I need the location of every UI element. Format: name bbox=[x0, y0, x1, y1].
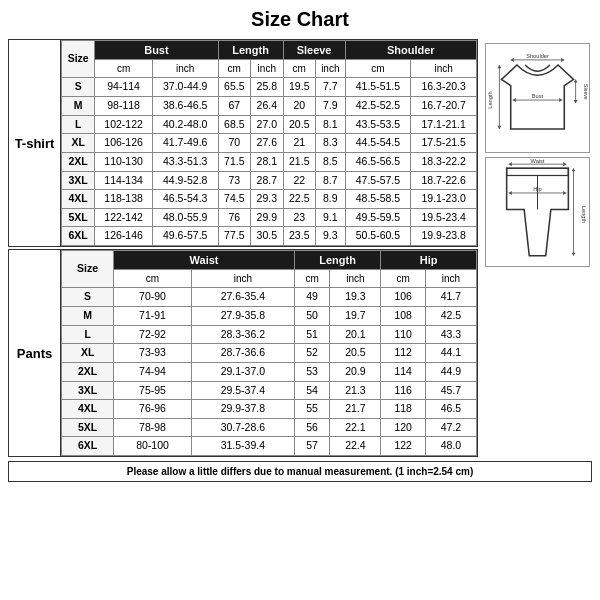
tshirt-cell: 68.5 bbox=[218, 115, 250, 134]
bust-header: Bust bbox=[95, 41, 218, 60]
tshirt-cell: 126-146 bbox=[95, 227, 153, 246]
tshirt-cell: 28.7 bbox=[251, 171, 283, 190]
bust-cm: cm bbox=[95, 60, 153, 78]
tshirt-cell: M bbox=[62, 96, 95, 115]
tshirt-cell: 48.5-58.5 bbox=[345, 190, 411, 209]
pants-cell: 56 bbox=[294, 418, 330, 437]
hip-cm: cm bbox=[381, 270, 426, 288]
tshirt-cell: 7.7 bbox=[316, 78, 346, 97]
pants-cell: 28.3-36.2 bbox=[191, 325, 294, 344]
tshirt-cell: 27.0 bbox=[251, 115, 283, 134]
tshirt-cell: 8.9 bbox=[316, 190, 346, 209]
pants-length-header: Length bbox=[294, 251, 380, 270]
pants-cell: 112 bbox=[381, 344, 426, 363]
pants-cell: 80-100 bbox=[114, 437, 192, 456]
tshirt-cell: 110-130 bbox=[95, 152, 153, 171]
pants-diagram: Waist Hip Length bbox=[485, 157, 590, 267]
tshirt-cell: 102-122 bbox=[95, 115, 153, 134]
pants-cell: 21.3 bbox=[330, 381, 381, 400]
tshirt-cell: 8.5 bbox=[316, 152, 346, 171]
tshirt-cell: 71.5 bbox=[218, 152, 250, 171]
tshirt-cell: 43.3-51.3 bbox=[152, 152, 218, 171]
pants-cell: 108 bbox=[381, 307, 426, 326]
svg-text:Length: Length bbox=[580, 206, 586, 223]
tshirt-cell: 118-138 bbox=[95, 190, 153, 209]
table-row: 4XL118-13846.5-54.374.529.322.58.948.5-5… bbox=[62, 190, 477, 209]
tshirt-cell: 19.9-23.8 bbox=[411, 227, 477, 246]
pants-cell: 114 bbox=[381, 362, 426, 381]
tshirt-label: T-shirt bbox=[9, 40, 61, 246]
tshirt-cell: 20.5 bbox=[283, 115, 315, 134]
tshirt-cell: 7.9 bbox=[316, 96, 346, 115]
tshirt-cell: 106-126 bbox=[95, 134, 153, 153]
tshirt-cell: 74.5 bbox=[218, 190, 250, 209]
tshirt-cell: 6XL bbox=[62, 227, 95, 246]
tshirt-cell: 21.5 bbox=[283, 152, 315, 171]
tshirt-cell: 44.5-54.5 bbox=[345, 134, 411, 153]
svg-text:Length: Length bbox=[487, 91, 493, 108]
tshirt-cell: 2XL bbox=[62, 152, 95, 171]
diagram-area: Shoulder Sleeve Bust Length bbox=[482, 39, 592, 459]
pants-cell: 20.1 bbox=[330, 325, 381, 344]
pants-cell: 44.1 bbox=[425, 344, 476, 363]
tshirt-cell: 43.5-53.5 bbox=[345, 115, 411, 134]
table-row: L72-9228.3-36.25120.111043.3 bbox=[62, 325, 477, 344]
bust-inch: inch bbox=[152, 60, 218, 78]
tshirt-cell: 50.5-60.5 bbox=[345, 227, 411, 246]
table-row: 5XL78-9830.7-28.65622.112047.2 bbox=[62, 418, 477, 437]
table-row: L102-12240.2-48.068.527.020.58.143.5-53.… bbox=[62, 115, 477, 134]
tshirt-cell: 17.1-21.1 bbox=[411, 115, 477, 134]
svg-marker-10 bbox=[559, 98, 562, 102]
pants-cell: 50 bbox=[294, 307, 330, 326]
tshirt-cell: 17.5-21.5 bbox=[411, 134, 477, 153]
pants-cell: 78-98 bbox=[114, 418, 192, 437]
pants-cell: 19.7 bbox=[330, 307, 381, 326]
pants-cell: 76-96 bbox=[114, 400, 192, 419]
pants-cell: 2XL bbox=[62, 362, 114, 381]
pants-cell: 72-92 bbox=[114, 325, 192, 344]
waist-cm: cm bbox=[114, 270, 192, 288]
hip-inch: inch bbox=[425, 270, 476, 288]
tshirt-cell: 28.1 bbox=[251, 152, 283, 171]
pants-cell: 48.0 bbox=[425, 437, 476, 456]
tshirt-cell: 73 bbox=[218, 171, 250, 190]
svg-text:Sleeve: Sleeve bbox=[582, 84, 588, 100]
svg-text:Bust: Bust bbox=[531, 93, 543, 99]
pants-cell: 6XL bbox=[62, 437, 114, 456]
pants-cell: L bbox=[62, 325, 114, 344]
table-row: S94-11437.0-44.965.525.819.57.741.5-51.5… bbox=[62, 78, 477, 97]
pants-cell: 73-93 bbox=[114, 344, 192, 363]
tshirt-cell: 122-142 bbox=[95, 208, 153, 227]
tshirt-cell: 16.3-20.3 bbox=[411, 78, 477, 97]
svg-marker-23 bbox=[508, 191, 511, 195]
length-cm: cm bbox=[218, 60, 250, 78]
pants-cell: 27.9-35.8 bbox=[191, 307, 294, 326]
tshirt-cell: 70 bbox=[218, 134, 250, 153]
table-row: M98-11838.6-46.56726.4207.942.5-52.516.7… bbox=[62, 96, 477, 115]
pants-cell: 110 bbox=[381, 325, 426, 344]
tshirt-cell: 29.3 bbox=[251, 190, 283, 209]
length-header: Length bbox=[218, 41, 283, 60]
pants-cell: 42.5 bbox=[425, 307, 476, 326]
pants-cell: 3XL bbox=[62, 381, 114, 400]
pants-label: Pants bbox=[9, 250, 61, 456]
tshirt-cell: 23.5 bbox=[283, 227, 315, 246]
tshirt-cell: 77.5 bbox=[218, 227, 250, 246]
pants-cell: 51 bbox=[294, 325, 330, 344]
tshirt-cell: 27.6 bbox=[251, 134, 283, 153]
pants-cell: 71-91 bbox=[114, 307, 192, 326]
svg-marker-27 bbox=[571, 168, 575, 171]
tshirt-cell: 19.5 bbox=[283, 78, 315, 97]
pants-cell: 118 bbox=[381, 400, 426, 419]
size-col-header: Size bbox=[62, 41, 95, 78]
tshirt-cell: 5XL bbox=[62, 208, 95, 227]
tshirt-cell: 4XL bbox=[62, 190, 95, 209]
pants-length-inch: inch bbox=[330, 270, 381, 288]
pants-cell: 53 bbox=[294, 362, 330, 381]
sleeve-cm: cm bbox=[283, 60, 315, 78]
pants-cell: 57 bbox=[294, 437, 330, 456]
pants-cell: 106 bbox=[381, 288, 426, 307]
pants-cell: 22.1 bbox=[330, 418, 381, 437]
tshirt-cell: 30.5 bbox=[251, 227, 283, 246]
tshirt-cell: 22.5 bbox=[283, 190, 315, 209]
